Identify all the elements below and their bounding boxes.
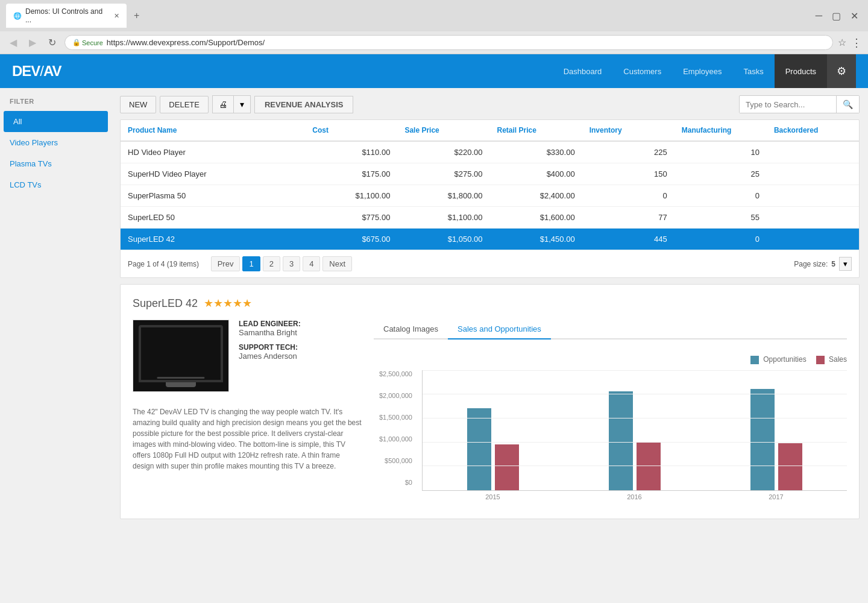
product-description: The 42" DevAV LED TV is changing the way… <box>133 406 362 472</box>
product-image <box>133 320 229 392</box>
toolbar: NEW DELETE 🖨 ▾ REVENUE ANALYSIS 🔍 <box>120 95 860 113</box>
col-manufacturing[interactable]: Manufacturing <box>675 120 767 140</box>
table-row[interactable]: HD Video Player $110.00 $220.00 $330.00 … <box>121 142 859 163</box>
browser-menu-button[interactable]: ⋮ <box>851 36 862 49</box>
table-row[interactable]: SuperLED 50 $775.00 $1,100.00 $1,600.00 … <box>121 207 859 229</box>
secure-icon: 🔒 Secure <box>72 39 103 46</box>
forward-button[interactable]: ▶ <box>25 36 40 49</box>
page-3-button[interactable]: 3 <box>283 256 300 271</box>
x-label-2015: 2015 <box>422 491 564 500</box>
tab-catalog-images[interactable]: Catalog Images <box>374 320 448 339</box>
cell-sale-price: $1,800.00 <box>397 185 489 206</box>
col-cost[interactable]: Cost <box>305 120 397 140</box>
product-stars: ★★★★★ <box>204 297 252 310</box>
address-bar: 🔒 Secure <box>64 35 833 50</box>
tab-sales-opportunities[interactable]: Sales and Opportunities <box>448 320 551 339</box>
nav-dashboard[interactable]: Dashboard <box>553 54 613 88</box>
revenue-analysis-button[interactable]: REVENUE ANALYSIS <box>254 96 354 113</box>
prev-button[interactable]: Prev <box>211 256 241 271</box>
reload-button[interactable]: ↻ <box>45 36 60 49</box>
nav-tasks[interactable]: Tasks <box>732 54 774 88</box>
table-row[interactable]: SuperHD Video Player $175.00 $275.00 $40… <box>121 163 859 185</box>
y-label-500k: $500,000 <box>374 457 412 464</box>
pager: Prev 1 2 3 4 Next <box>211 256 352 271</box>
page-1-button[interactable]: 1 <box>242 256 260 271</box>
legend-opportunities: Opportunities <box>750 355 807 364</box>
cell-retail-price: $2,400.00 <box>490 185 582 206</box>
cell-cost: $175.00 <box>305 163 397 185</box>
cell-retail-price: $400.00 <box>490 163 582 185</box>
new-button[interactable]: NEW <box>120 96 156 113</box>
sidebar-item-all[interactable]: All <box>4 111 108 132</box>
tab-close-icon[interactable]: ✕ <box>114 12 119 20</box>
bar-2016-opportunities <box>609 391 633 490</box>
table-row[interactable]: SuperPlasma 50 $1,100.00 $1,800.00 $2,40… <box>121 185 859 207</box>
legend-sales: Sales <box>816 355 847 364</box>
detail-right: Catalog Images Sales and Opportunities O… <box>374 320 847 507</box>
detail-tabs: Catalog Images Sales and Opportunities <box>374 320 847 339</box>
col-sale-price[interactable]: Sale Price <box>397 120 489 140</box>
chart-area: $2,500,000 $2,000,000 $1,500,000 $1,000,… <box>374 370 847 500</box>
table-row[interactable]: SuperLED 42 $675.00 $1,050.00 $1,450.00 … <box>121 229 859 250</box>
col-retail-price[interactable]: Retail Price <box>490 120 582 140</box>
cell-sale-price: $1,100.00 <box>397 207 489 228</box>
cell-sale-price: $275.00 <box>397 163 489 185</box>
nav-products[interactable]: Products <box>775 54 827 88</box>
support-tech-value: James Anderson <box>239 352 301 361</box>
bar-2017-opportunities <box>750 389 775 490</box>
cell-inventory: 225 <box>582 142 675 163</box>
pagination-left: Page 1 of 4 (19 items) Prev 1 2 3 4 Next <box>128 256 352 271</box>
delete-button[interactable]: DELETE <box>160 96 209 113</box>
col-product-name[interactable]: Product Name <box>121 120 305 140</box>
sidebar-item-lcd-tvs[interactable]: LCD TVs <box>0 174 112 195</box>
url-input[interactable] <box>107 38 825 47</box>
page-4-button[interactable]: 4 <box>303 256 320 271</box>
col-inventory[interactable]: Inventory <box>582 120 675 140</box>
cell-backordered <box>767 185 859 206</box>
minimize-button[interactable]: ─ <box>812 9 826 23</box>
bookmark-icon[interactable]: ☆ <box>838 37 846 48</box>
cell-backordered <box>767 142 859 163</box>
print-dropdown-button[interactable]: ▾ <box>234 95 251 113</box>
cell-inventory: 445 <box>582 229 675 250</box>
support-tech-block: SUPPORT TECH: James Anderson <box>239 343 301 361</box>
detail-left: LEAD ENGINEER: Samantha Bright SUPPORT T… <box>133 320 362 507</box>
cell-retail-price: $1,600.00 <box>490 207 582 228</box>
cell-inventory: 0 <box>582 185 675 206</box>
cell-manufacturing: 55 <box>675 207 767 228</box>
detail-staff: LEAD ENGINEER: Samantha Bright SUPPORT T… <box>239 320 301 392</box>
settings-button[interactable]: ⚙ <box>827 54 856 88</box>
y-label-1500k: $1,500,000 <box>374 414 412 421</box>
close-button[interactable]: ✕ <box>847 9 862 23</box>
sidebar-item-plasma-tvs[interactable]: Plasma TVs <box>0 153 112 174</box>
cell-sale-price: $1,050.00 <box>397 229 489 250</box>
nav-employees[interactable]: Employees <box>672 54 732 88</box>
cell-manufacturing: 0 <box>675 185 767 206</box>
search-button[interactable]: 🔍 <box>836 96 859 113</box>
print-button[interactable]: 🖨 <box>212 95 234 113</box>
cell-backordered <box>767 229 859 250</box>
app-header: DEV/AV Dashboard Customers Employees Tas… <box>0 54 868 88</box>
restore-button[interactable]: ▢ <box>828 9 844 23</box>
grid-body: HD Video Player $110.00 $220.00 $330.00 … <box>121 142 859 250</box>
page-size-label: Page size: <box>794 260 828 268</box>
print-group: 🖨 ▾ <box>212 95 251 113</box>
search-input[interactable] <box>740 96 836 113</box>
next-button[interactable]: Next <box>322 256 352 271</box>
cell-inventory: 150 <box>582 163 675 185</box>
nav-customers[interactable]: Customers <box>612 54 672 88</box>
chart-bars-area <box>422 370 847 491</box>
filter-label: FILTER <box>0 98 112 111</box>
browser-toolbar: ◀ ▶ ↻ 🔒 Secure ☆ ⋮ <box>0 31 868 54</box>
chart-group-2017 <box>705 389 847 490</box>
page-2-button[interactable]: 2 <box>263 256 280 271</box>
back-button[interactable]: ◀ <box>6 36 20 49</box>
lead-engineer-block: LEAD ENGINEER: Samantha Bright <box>239 320 301 337</box>
page-size-dropdown[interactable]: ▾ <box>839 257 852 271</box>
col-backordered[interactable]: Backordered <box>767 120 859 140</box>
cell-manufacturing: 10 <box>675 142 767 163</box>
tab-title: Demos: UI Controls and ... <box>25 7 110 24</box>
new-tab-button[interactable]: + <box>131 10 142 21</box>
sidebar-item-video-players[interactable]: Video Players <box>0 132 112 153</box>
cell-inventory: 77 <box>582 207 675 228</box>
